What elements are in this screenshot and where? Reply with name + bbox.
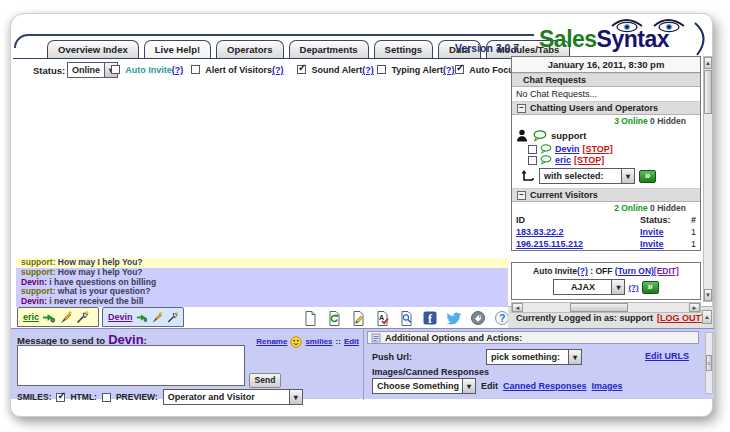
ajax-help-link[interactable]: (?) xyxy=(628,283,638,292)
stop-devin-link[interactable]: [STOP] xyxy=(583,144,613,154)
scroll-down-icon[interactable] xyxy=(704,289,712,301)
tab-operators[interactable]: Operators xyxy=(216,40,283,59)
tab-overview-index[interactable]: Overview Index xyxy=(47,40,139,59)
invite-link[interactable]: Invite xyxy=(640,239,664,249)
new-page-icon[interactable] xyxy=(301,309,318,326)
stop-eric-link[interactable]: [STOP] xyxy=(574,155,604,165)
scroll-up-icon[interactable] xyxy=(704,57,712,69)
tab-live-help[interactable]: Live Help! xyxy=(144,40,211,59)
status-label: Status: xyxy=(33,65,65,76)
canned-responses-link[interactable]: Canned Responses xyxy=(503,381,587,391)
scroll-up-icon[interactable]: ▲ xyxy=(702,310,712,324)
push-url-select[interactable]: pick something: xyxy=(486,349,582,365)
spellcheck-page-icon[interactable]: A xyxy=(373,309,390,326)
visitor-row: 196.215.115.212 Invite 1 xyxy=(512,238,700,250)
user-devin-checkbox[interactable] xyxy=(528,145,537,154)
invite-link[interactable]: Invite xyxy=(640,227,664,237)
chevron-down-icon[interactable] xyxy=(462,379,475,393)
chat-tab-eric[interactable]: eric xyxy=(17,307,99,327)
chatting-users-title: Chatting Users and Operators xyxy=(530,102,658,115)
ajax-select[interactable]: AJAX xyxy=(553,279,625,295)
message-sender: Devin: xyxy=(21,297,47,306)
scrollbar-thumb[interactable] xyxy=(704,70,712,114)
additional-options-title: Additional Options and Actions: xyxy=(385,333,522,343)
auto-invite-help-link[interactable]: (?) xyxy=(577,266,588,276)
scroll-right-icon[interactable] xyxy=(689,303,700,312)
go-button[interactable] xyxy=(639,170,656,183)
message-sender: support: xyxy=(21,268,55,277)
preview-select[interactable]: Operator and Visitor xyxy=(163,389,303,405)
tab-departments[interactable]: Departments xyxy=(289,40,369,59)
sound-alert-checkbox[interactable] xyxy=(297,65,306,74)
chevron-down-icon[interactable] xyxy=(568,350,581,364)
scrollbar-thumb[interactable] xyxy=(570,303,628,312)
pointer-wand-icon[interactable] xyxy=(75,311,89,324)
smiles-checkbox[interactable] xyxy=(56,393,65,402)
send-button[interactable]: Send xyxy=(249,373,281,388)
message-input[interactable] xyxy=(17,345,245,386)
facebook-icon[interactable]: f xyxy=(421,309,438,326)
composer-section: Message to send to Devin : Rename smilie… xyxy=(11,328,714,399)
sound-alert-help-link[interactable]: (?) xyxy=(362,65,374,75)
alert-of-visitors-label: Alert of Visitors xyxy=(205,65,272,75)
edit-page-icon[interactable] xyxy=(349,309,366,326)
pointer-wand-icon[interactable] xyxy=(166,311,178,324)
horizontal-scrollbar[interactable] xyxy=(511,302,701,313)
chat-tab-devin-link[interactable]: Devin xyxy=(108,312,133,322)
twitter-icon[interactable] xyxy=(445,309,462,326)
paintbrush-icon[interactable] xyxy=(58,311,72,324)
auto-invite-help-link[interactable]: (?) xyxy=(172,65,184,75)
smilies-link[interactable]: smilies xyxy=(305,337,332,346)
chat-tab-eric-link[interactable]: eric xyxy=(23,312,39,322)
images-link[interactable]: Images xyxy=(592,381,623,391)
brand-logo: SalesSyntax xyxy=(539,26,719,60)
message-text: i have questions on billing xyxy=(49,278,156,287)
mini-scrollbar[interactable] xyxy=(705,332,713,394)
user-eric-link[interactable]: eric xyxy=(555,155,571,165)
collapse-icon[interactable] xyxy=(517,104,526,113)
auto-focus-checkbox[interactable] xyxy=(455,65,464,74)
go-button[interactable] xyxy=(642,281,659,294)
canned-select[interactable]: Choose Something xyxy=(372,378,476,394)
typing-alert-help-link[interactable]: (?) xyxy=(443,65,455,75)
chat-bubble-icon xyxy=(533,130,547,142)
edit-urls-link[interactable]: Edit URLS xyxy=(645,351,689,361)
options-icon xyxy=(371,333,381,343)
rename-link[interactable]: Rename xyxy=(256,337,287,346)
chevron-down-icon[interactable] xyxy=(611,280,624,294)
logout-link[interactable]: [LOG OUT] xyxy=(657,313,704,323)
chevron-down-icon[interactable] xyxy=(289,390,302,404)
edit-auto-invite-link[interactable]: [EDIT] xyxy=(654,266,679,276)
preview-page-icon[interactable] xyxy=(397,309,414,326)
typing-alert-label: Typing Alert xyxy=(392,65,444,75)
smiley-icon[interactable] xyxy=(290,336,302,348)
visitor-row: 183.83.22.2 Invite 1 xyxy=(512,226,700,238)
visitor-ip-link[interactable]: 183.83.22.2 xyxy=(516,227,564,237)
typing-alert-checkbox[interactable] xyxy=(377,65,386,74)
push-page-icon[interactable] xyxy=(136,311,148,323)
alert-of-visitors-help-link[interactable]: (?) xyxy=(272,65,284,75)
chat-tab-devin[interactable]: Devin xyxy=(102,307,184,327)
refresh-page-icon[interactable] xyxy=(325,309,342,326)
tab-settings[interactable]: Settings xyxy=(374,40,433,59)
alert-of-visitors-checkbox[interactable] xyxy=(191,65,200,74)
user-devin-link[interactable]: Devin xyxy=(555,144,580,154)
vertical-scrollbar[interactable] xyxy=(703,56,713,302)
collapse-icon[interactable] xyxy=(517,191,526,200)
scroll-left-icon[interactable] xyxy=(512,303,523,312)
html-checkbox[interactable] xyxy=(102,393,111,402)
auto-invite-checkbox[interactable] xyxy=(111,65,120,74)
chevron-down-icon[interactable] xyxy=(621,169,634,183)
col-id: ID xyxy=(512,214,636,226)
with-selected-select[interactable]: with selected: xyxy=(539,168,635,184)
push-page-icon[interactable] xyxy=(42,311,55,323)
visitor-ip-link[interactable]: 196.215.115.212 xyxy=(516,239,583,249)
edit-smilies-link[interactable]: Edit xyxy=(344,337,359,346)
paintbrush-icon[interactable] xyxy=(150,311,162,324)
turn-on-link[interactable]: (Turn ON) xyxy=(615,266,654,276)
tag-icon[interactable] xyxy=(469,309,486,326)
preview-label: PREVIEW: xyxy=(116,392,158,402)
scrollbar-thumb[interactable] xyxy=(706,355,712,371)
user-eric-checkbox[interactable] xyxy=(528,156,537,165)
chatting-online-count: 3 Online 0 Hidden xyxy=(512,115,700,127)
